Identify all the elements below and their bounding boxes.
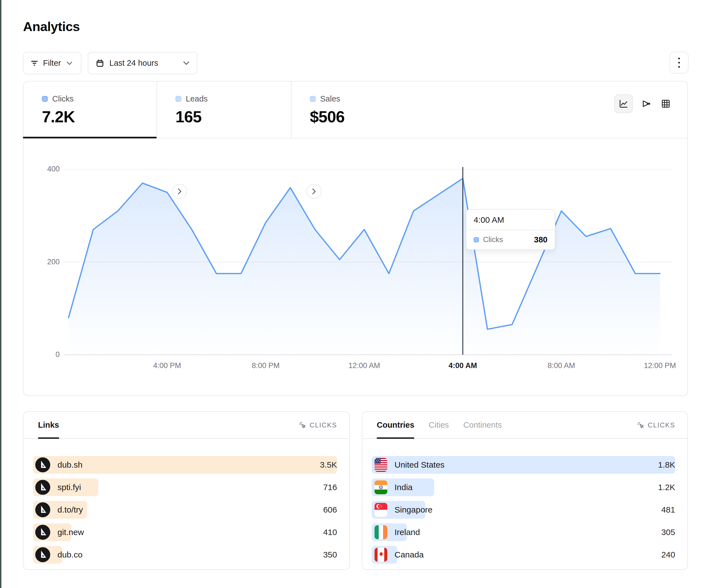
list-row[interactable]: dub.sh3.5K (33, 456, 337, 474)
left-edge-strip (0, 0, 1, 588)
filter-button[interactable]: Filter (23, 52, 81, 74)
x-axis-tick: 8:00 AM (538, 361, 585, 370)
row-value: 716 (323, 482, 337, 492)
countries-tab-label: Countries (377, 421, 414, 430)
dub-logo-icon (35, 547, 50, 562)
list-row[interactable]: United States1.8K (372, 456, 675, 474)
y-axis-tick: 200 (35, 258, 60, 266)
sales-legend-square (310, 96, 316, 102)
dub-logo-icon (35, 525, 50, 540)
row-value: 1.2K (658, 482, 675, 492)
funnel-chart-icon (641, 98, 652, 109)
clicks-time-series-chart[interactable]: 0200400 4:00 PM8:00 PM12:00 AM4:00 AM8:0… (24, 138, 687, 395)
links-panel: Links CLICKS dub.sh3.5Kspti.fyi716d.to/t… (23, 411, 350, 570)
tab-clicks[interactable]: Clicks 7.2K (24, 82, 156, 138)
table-view-button[interactable] (660, 98, 672, 110)
analytics-page: Analytics Filter Last 24 hours (0, 0, 711, 588)
leads-tab-label: Leads (186, 94, 208, 104)
clicks-tab-label: Clicks (52, 94, 73, 104)
links-metric-label: CLICKS (309, 421, 337, 429)
sales-tab-value: $506 (310, 107, 485, 126)
row-value: 481 (661, 505, 675, 515)
row-label: United States (394, 460, 445, 470)
chart-type-switcher (614, 94, 672, 113)
y-axis-tick: 400 (35, 165, 60, 173)
continents-tab-label: Continents (464, 421, 502, 430)
us-flag-icon (374, 458, 387, 472)
grid-table-icon (661, 98, 671, 109)
filter-icon (30, 59, 39, 67)
links-tab-label: Links (38, 421, 59, 430)
list-row[interactable]: dub.co350 (33, 546, 337, 564)
row-value: 305 (661, 527, 675, 537)
page-title: Analytics (23, 19, 80, 34)
x-axis-tick: 12:00 PM (636, 361, 684, 370)
list-row[interactable]: Canada240 (372, 546, 675, 564)
cities-tab-label: Cities (429, 421, 449, 430)
line-chart-view-button[interactable] (614, 94, 633, 113)
tooltip-metric-label: Clicks (483, 235, 503, 244)
dub-logo-icon (35, 480, 50, 495)
dub-logo-icon (35, 502, 50, 517)
filter-button-label: Filter (43, 59, 61, 68)
row-value: 3.5K (320, 460, 337, 470)
tooltip-legend-square (474, 237, 479, 243)
clicks-chart-svg (64, 165, 672, 360)
geo-panel: Countries Cities Continents CLICKS (362, 411, 688, 570)
list-row[interactable]: spti.fyi716 (33, 478, 337, 496)
date-range-label: Last 24 hours (109, 59, 158, 68)
row-label: dub.co (58, 550, 83, 560)
row-label: spti.fyi (58, 482, 81, 492)
more-options-button[interactable] (670, 51, 689, 73)
dub-logo-icon (35, 457, 50, 472)
tab-cities[interactable]: Cities (429, 412, 449, 438)
geo-rows: United States1.8KIndia1.2KSingapore481Ir… (362, 456, 687, 564)
analytics-card: Clicks 7.2K Leads 165 Sales $506 (23, 81, 688, 396)
row-value: 606 (323, 505, 337, 515)
funnel-view-button[interactable] (640, 98, 652, 110)
tab-countries[interactable]: Countries (377, 412, 414, 438)
x-axis-tick: 4:00 AM (439, 361, 487, 370)
leads-legend-square (175, 96, 181, 102)
cursor-click-icon (298, 421, 307, 429)
tooltip-metric-value: 380 (534, 235, 547, 244)
sales-tab-label: Sales (320, 94, 340, 104)
ca-flag-icon (374, 548, 387, 562)
leads-tab-value: 165 (175, 107, 291, 126)
date-range-button[interactable]: Last 24 hours (88, 52, 197, 74)
tab-sales[interactable]: Sales $506 (291, 82, 485, 138)
chevron-down-icon (183, 61, 190, 65)
row-value: 350 (323, 550, 337, 560)
list-row[interactable]: d.to/try606 (33, 501, 337, 519)
tab-leads[interactable]: Leads 165 (156, 82, 291, 138)
row-value: 240 (661, 550, 675, 560)
line-chart-icon (618, 98, 629, 109)
chart-area-fill (69, 178, 660, 355)
tab-links[interactable]: Links (38, 412, 59, 438)
list-row[interactable]: India1.2K (372, 478, 675, 496)
row-label: Canada (394, 550, 424, 560)
geo-metric-header[interactable]: CLICKS (637, 421, 675, 429)
links-metric-header[interactable]: CLICKS (298, 421, 337, 429)
list-row[interactable]: Singapore481 (372, 501, 675, 519)
tab-continents[interactable]: Continents (464, 412, 502, 438)
chevron-down-icon (66, 61, 72, 65)
calendar-icon (95, 59, 104, 68)
row-label: Singapore (394, 505, 433, 515)
list-row[interactable]: git.new410 (33, 523, 337, 541)
cursor-click-icon (637, 421, 645, 429)
expand-leads-chevron[interactable] (306, 184, 322, 199)
x-axis-tick: 4:00 PM (144, 361, 191, 370)
in-flag-icon (374, 480, 387, 494)
chart-tooltip: 4:00 AM Clicks 380 (466, 209, 555, 250)
clicks-legend-square (42, 96, 48, 102)
expand-clicks-chevron[interactable] (172, 184, 187, 199)
list-row[interactable]: Ireland305 (372, 523, 675, 541)
y-axis-tick: 0 (35, 350, 60, 359)
clicks-tab-value: 7.2K (42, 107, 156, 126)
row-value: 1.8K (658, 460, 675, 470)
row-value: 410 (323, 527, 337, 537)
ie-flag-icon (374, 525, 387, 539)
row-label: dub.sh (58, 460, 83, 470)
sg-flag-icon (374, 503, 387, 517)
